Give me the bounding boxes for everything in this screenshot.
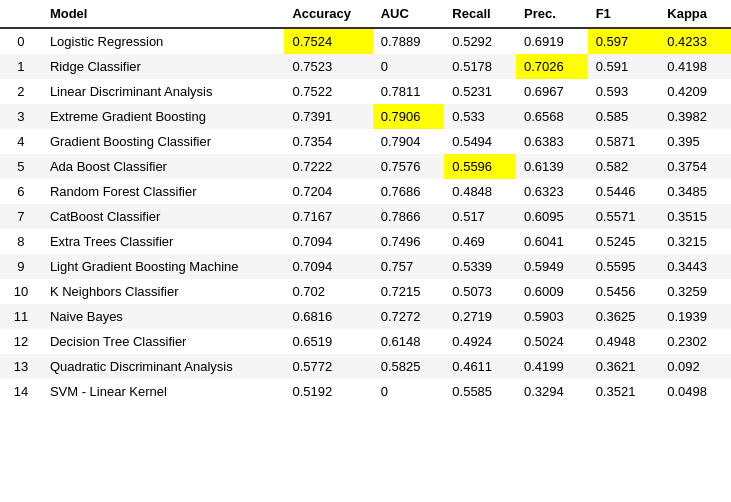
cell-accuracy: 0.7094: [284, 229, 372, 254]
cell-kappa: 0.4209: [659, 79, 731, 104]
cell-kappa: 0.092: [659, 354, 731, 379]
cell-auc: 0.7811: [373, 79, 445, 104]
table-body: 0Logistic Regression0.75240.78890.52920.…: [0, 28, 731, 404]
table-row: 5Ada Boost Classifier0.72220.75760.55960…: [0, 154, 731, 179]
cell-prec: 0.6323: [516, 179, 588, 204]
cell-accuracy: 0.7204: [284, 179, 372, 204]
cell-kappa: 0.4233: [659, 28, 731, 54]
col-header-auc: AUC: [373, 0, 445, 28]
cell-accuracy: 0.5772: [284, 354, 372, 379]
col-header-accuracy: Accuracy: [284, 0, 372, 28]
cell-f1: 0.591: [588, 54, 660, 79]
cell-prec: 0.6095: [516, 204, 588, 229]
cell-prec: 0.4199: [516, 354, 588, 379]
cell-f1: 0.5571: [588, 204, 660, 229]
cell-kappa: 0.3515: [659, 204, 731, 229]
cell-model: K Neighbors Classifier: [42, 279, 285, 304]
table-row: 14SVM - Linear Kernel0.519200.55850.3294…: [0, 379, 731, 404]
cell-f1: 0.593: [588, 79, 660, 104]
table-row: 11Naive Bayes0.68160.72720.27190.59030.3…: [0, 304, 731, 329]
cell-accuracy: 0.7522: [284, 79, 372, 104]
cell-prec: 0.6383: [516, 129, 588, 154]
cell-accuracy: 0.7354: [284, 129, 372, 154]
cell-kappa: 0.2302: [659, 329, 731, 354]
cell-f1: 0.3621: [588, 354, 660, 379]
cell-accuracy: 0.7523: [284, 54, 372, 79]
cell-auc: 0.7906: [373, 104, 445, 129]
table-row: 0Logistic Regression0.75240.78890.52920.…: [0, 28, 731, 54]
cell-prec: 0.6967: [516, 79, 588, 104]
cell-f1: 0.5245: [588, 229, 660, 254]
cell-index: 9: [0, 254, 42, 279]
table-row: 4Gradient Boosting Classifier0.73540.790…: [0, 129, 731, 154]
cell-f1: 0.597: [588, 28, 660, 54]
cell-recall: 0.5178: [444, 54, 516, 79]
cell-kappa: 0.3215: [659, 229, 731, 254]
cell-auc: 0.7686: [373, 179, 445, 204]
results-table: Model Accuracy AUC Recall Prec. F1 Kappa…: [0, 0, 731, 404]
cell-kappa: 0.1939: [659, 304, 731, 329]
cell-recall: 0.5585: [444, 379, 516, 404]
cell-prec: 0.5949: [516, 254, 588, 279]
cell-model: Naive Bayes: [42, 304, 285, 329]
table-row: 1Ridge Classifier0.752300.51780.70260.59…: [0, 54, 731, 79]
cell-auc: 0.7215: [373, 279, 445, 304]
cell-model: Logistic Regression: [42, 28, 285, 54]
cell-auc: 0: [373, 54, 445, 79]
cell-auc: 0.7866: [373, 204, 445, 229]
cell-auc: 0.5825: [373, 354, 445, 379]
cell-recall: 0.5231: [444, 79, 516, 104]
cell-index: 7: [0, 204, 42, 229]
cell-f1: 0.4948: [588, 329, 660, 354]
cell-model: Light Gradient Boosting Machine: [42, 254, 285, 279]
cell-kappa: 0.3754: [659, 154, 731, 179]
table-row: 9Light Gradient Boosting Machine0.70940.…: [0, 254, 731, 279]
cell-auc: 0.7889: [373, 28, 445, 54]
cell-auc: 0.7576: [373, 154, 445, 179]
cell-f1: 0.5446: [588, 179, 660, 204]
cell-f1: 0.5456: [588, 279, 660, 304]
cell-f1: 0.3521: [588, 379, 660, 404]
cell-auc: 0.7904: [373, 129, 445, 154]
col-header-model: Model: [42, 0, 285, 28]
cell-auc: 0.7496: [373, 229, 445, 254]
cell-auc: 0.6148: [373, 329, 445, 354]
cell-model: Gradient Boosting Classifier: [42, 129, 285, 154]
cell-index: 5: [0, 154, 42, 179]
cell-model: Linear Discriminant Analysis: [42, 79, 285, 104]
cell-index: 8: [0, 229, 42, 254]
cell-model: Ridge Classifier: [42, 54, 285, 79]
cell-recall: 0.533: [444, 104, 516, 129]
cell-model: Extra Trees Classifier: [42, 229, 285, 254]
table-row: 2Linear Discriminant Analysis0.75220.781…: [0, 79, 731, 104]
cell-model: Ada Boost Classifier: [42, 154, 285, 179]
col-header-kappa: Kappa: [659, 0, 731, 28]
cell-prec: 0.3294: [516, 379, 588, 404]
cell-f1: 0.5871: [588, 129, 660, 154]
cell-recall: 0.2719: [444, 304, 516, 329]
cell-accuracy: 0.7524: [284, 28, 372, 54]
table-row: 7CatBoost Classifier0.71670.78660.5170.6…: [0, 204, 731, 229]
col-header-prec: Prec.: [516, 0, 588, 28]
cell-recall: 0.5494: [444, 129, 516, 154]
cell-index: 1: [0, 54, 42, 79]
cell-index: 6: [0, 179, 42, 204]
col-header-f1: F1: [588, 0, 660, 28]
cell-recall: 0.4924: [444, 329, 516, 354]
cell-accuracy: 0.5192: [284, 379, 372, 404]
cell-f1: 0.5595: [588, 254, 660, 279]
cell-kappa: 0.0498: [659, 379, 731, 404]
cell-prec: 0.6568: [516, 104, 588, 129]
cell-kappa: 0.395: [659, 129, 731, 154]
table-row: 3Extreme Gradient Boosting0.73910.79060.…: [0, 104, 731, 129]
cell-recall: 0.4611: [444, 354, 516, 379]
cell-model: Random Forest Classifier: [42, 179, 285, 204]
cell-model: Decision Tree Classifier: [42, 329, 285, 354]
cell-index: 3: [0, 104, 42, 129]
cell-prec: 0.6041: [516, 229, 588, 254]
cell-auc: 0: [373, 379, 445, 404]
cell-prec: 0.7026: [516, 54, 588, 79]
cell-index: 10: [0, 279, 42, 304]
cell-recall: 0.469: [444, 229, 516, 254]
cell-kappa: 0.3443: [659, 254, 731, 279]
